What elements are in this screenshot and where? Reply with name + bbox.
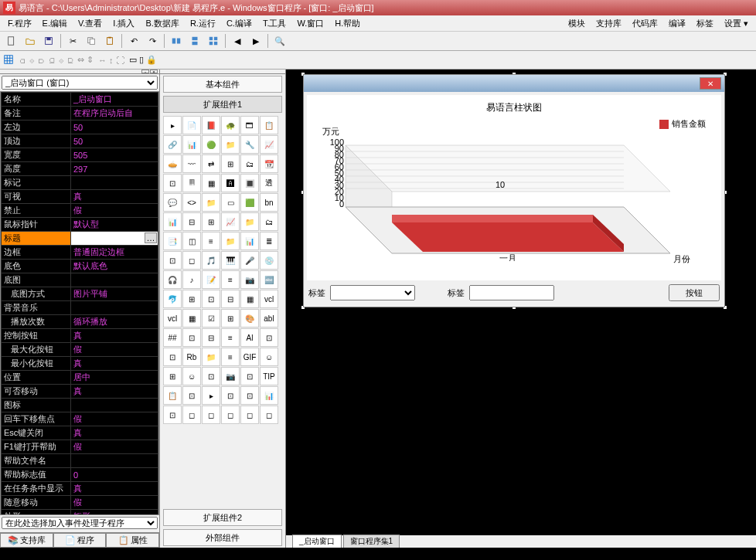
palette-category-basic[interactable]: 基本组件: [163, 76, 282, 93]
palette-category-ext2[interactable]: 扩展组件2: [163, 509, 282, 526]
grid-toggle-icon[interactable]: [3, 54, 14, 66]
menu-program[interactable]: F.程序: [3, 16, 36, 31]
palette-item-icon[interactable]: ◻: [260, 406, 278, 424]
palette-item-icon[interactable]: 💬: [163, 193, 182, 212]
save-icon[interactable]: [40, 33, 57, 49]
property-row[interactable]: 边框普通固定边框: [2, 246, 158, 260]
palette-item-icon[interactable]: ▸: [163, 116, 182, 134]
palette-item-icon[interactable]: 📈: [221, 212, 240, 231]
palette-item-icon[interactable]: ⇄: [202, 154, 220, 173]
palette-item-icon[interactable]: ⊞: [221, 309, 240, 328]
menu-help[interactable]: H.帮助: [330, 16, 365, 31]
property-row[interactable]: 背景音乐: [2, 301, 158, 315]
palette-item-icon[interactable]: 📕: [202, 116, 220, 134]
palette-item-icon[interactable]: TIP: [260, 367, 278, 385]
palette-item-icon[interactable]: ⊡: [163, 174, 182, 192]
property-row[interactable]: F1键打开帮助假: [2, 440, 158, 454]
combobox-1[interactable]: [330, 285, 415, 300]
tab-properties[interactable]: 📋属性: [106, 533, 159, 548]
palette-item-icon[interactable]: 🟩: [240, 193, 259, 212]
palette-item-icon[interactable]: 📊: [163, 212, 182, 231]
center-h-icon[interactable]: ▭: [129, 55, 137, 65]
property-row[interactable]: 名称_启动窗口: [2, 93, 158, 107]
palette-item-icon[interactable]: bn: [260, 193, 278, 212]
palette-item-icon[interactable]: ▦: [182, 309, 201, 328]
property-row[interactable]: 可否移动真: [2, 385, 158, 399]
palette-item-icon[interactable]: ⊡: [182, 328, 201, 347]
property-row[interactable]: 帮助标志值0: [2, 468, 158, 482]
property-row[interactable]: 底图: [2, 273, 158, 287]
property-row[interactable]: 图标: [2, 399, 158, 412]
menu-database[interactable]: B.数据库: [141, 16, 183, 31]
property-grid[interactable]: 名称_启动窗口备注在程序启动后自左边50顶边50宽度505高度297标记可视真禁…: [0, 91, 159, 515]
doc-tab-assembly[interactable]: 窗口程序集1: [343, 535, 400, 548]
palette-item-icon[interactable]: 🐬: [163, 290, 182, 308]
palette-item-icon[interactable]: 📁: [202, 193, 220, 212]
cut-icon[interactable]: ✂: [64, 33, 81, 49]
chart-control[interactable]: 易语言柱状图 销售金额 万元 月份: [307, 95, 721, 280]
palette-item-icon[interactable]: 🔳: [240, 174, 259, 192]
palette-item-icon[interactable]: ▸: [202, 386, 220, 405]
palette-item-icon[interactable]: 〰: [182, 154, 201, 173]
property-row[interactable]: 备注在程序启动后自: [2, 107, 158, 120]
menu-tools[interactable]: T.工具: [258, 16, 291, 31]
palette-item-icon[interactable]: 📝: [202, 270, 220, 289]
palette-item-icon[interactable]: 📋: [163, 386, 182, 405]
palette-item-icon[interactable]: ⊡: [163, 406, 182, 424]
menu-settings[interactable]: 设置 ▾: [720, 16, 753, 31]
property-row[interactable]: 最小化按钮真: [2, 357, 158, 371]
property-row[interactable]: 禁止假: [2, 204, 158, 218]
palette-item-icon[interactable]: 🅰: [221, 174, 240, 192]
property-row[interactable]: 底图方式图片平铺: [2, 287, 158, 301]
property-row[interactable]: 播放次数循环播放: [2, 315, 158, 329]
property-row[interactable]: 鼠标指针默认型: [2, 218, 158, 232]
palette-item-icon[interactable]: 📄: [182, 116, 201, 134]
palette-item-icon[interactable]: 透: [260, 174, 278, 192]
layout-grid-icon[interactable]: [205, 33, 222, 49]
event-selector[interactable]: 在此处选择加入事件处理子程序: [2, 517, 158, 529]
design-window[interactable]: ✕ 易语言柱状图 销售金额 万元 月份: [303, 74, 725, 307]
menu-run[interactable]: R.运行: [186, 16, 220, 31]
palette-item-icon[interactable]: ◻: [221, 406, 240, 424]
palette-item-icon[interactable]: 🎧: [163, 270, 182, 289]
palette-item-icon[interactable]: ⊡: [221, 386, 240, 405]
property-row[interactable]: 随意移动假: [2, 496, 158, 510]
textbox-1[interactable]: [469, 285, 554, 300]
menu-compile[interactable]: C.编译: [222, 16, 257, 31]
palette-item-icon[interactable]: ⊡: [240, 386, 259, 405]
palette-item-icon[interactable]: ⊞: [163, 367, 182, 385]
palette-item-icon[interactable]: abl: [260, 309, 278, 328]
palette-item-icon[interactable]: ≡: [221, 328, 240, 347]
palette-item-icon[interactable]: ◻: [240, 406, 259, 424]
palette-item-icon[interactable]: ⊟: [202, 328, 220, 347]
palette-item-icon[interactable]: 💿: [260, 251, 278, 270]
menu-edit[interactable]: E.编辑: [38, 16, 72, 31]
palette-item-icon[interactable]: 🥧: [163, 154, 182, 173]
palette-item-icon[interactable]: 📷: [240, 270, 259, 289]
center-v-icon[interactable]: ▯: [139, 55, 144, 65]
palette-item-icon[interactable]: Rb: [182, 348, 201, 366]
menu-tag[interactable]: 标签: [692, 16, 718, 31]
tab-support-lib[interactable]: 📚支持库: [0, 533, 53, 548]
palette-item-icon[interactable]: ▭: [221, 193, 240, 212]
palette-item-icon[interactable]: ≡: [202, 232, 220, 250]
redo-icon[interactable]: ↷: [144, 33, 161, 49]
property-row[interactable]: 底色默认底色: [2, 260, 158, 273]
palette-item-icon[interactable]: 📈: [260, 135, 278, 154]
run-icon[interactable]: ▶: [247, 33, 264, 49]
menu-module[interactable]: 模块: [564, 16, 590, 31]
property-row[interactable]: 标题…: [2, 232, 158, 246]
panel-minimize-icon[interactable]: -: [141, 70, 149, 73]
new-file-icon[interactable]: [3, 33, 20, 49]
menu-code-lib[interactable]: 代码库: [628, 16, 662, 31]
menu-support-lib[interactable]: 支持库: [591, 16, 626, 31]
palette-item-icon[interactable]: 🎨: [240, 309, 259, 328]
paste-icon[interactable]: [101, 33, 118, 49]
palette-item-icon[interactable]: 🎵: [202, 251, 220, 270]
layout-v-icon[interactable]: [186, 33, 203, 49]
palette-item-icon[interactable]: 🗂: [260, 212, 278, 231]
palette-item-icon[interactable]: ◻: [182, 251, 201, 270]
menu-window[interactable]: W.窗口: [292, 16, 329, 31]
palette-category-external[interactable]: 外部组件: [163, 529, 282, 546]
layout-h-icon[interactable]: [168, 33, 185, 49]
